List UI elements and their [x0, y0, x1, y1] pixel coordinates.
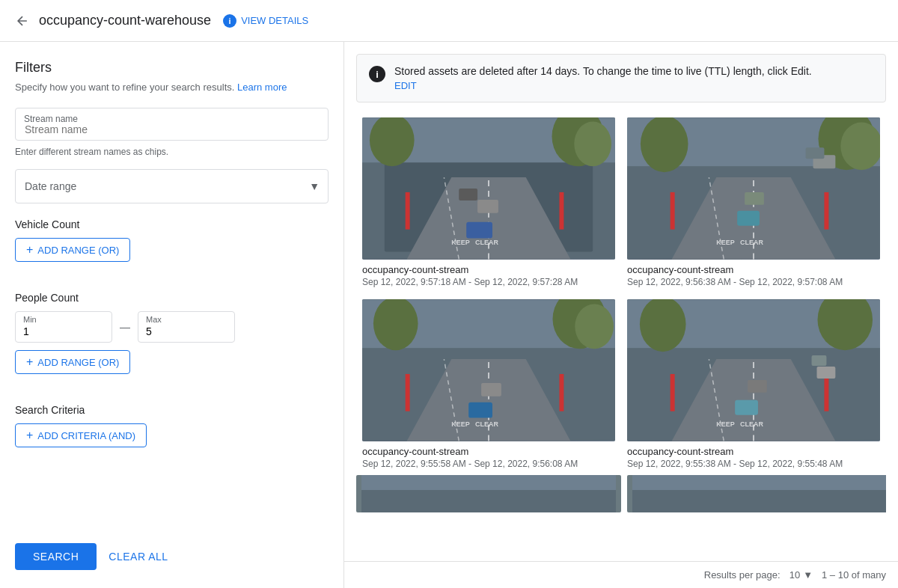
svg-rect-28 [671, 192, 675, 230]
svg-rect-14 [406, 192, 410, 230]
results-footer: Results per page: 10 ▼ 1 – 10 of many [344, 561, 898, 588]
sidebar-footer: SEARCH CLEAR ALL [15, 531, 329, 570]
people-count-label: People Count [15, 292, 329, 304]
back-button[interactable] [15, 13, 30, 28]
svg-point-18 [641, 117, 688, 172]
grid-item-name: occupancy-count-stream [362, 446, 615, 457]
stream-name-label: Stream name [24, 114, 78, 124]
svg-rect-54 [748, 380, 767, 393]
camera-thumbnail[interactable]: KEEP CLEAR [362, 299, 615, 441]
svg-text:CLEAR: CLEAR [475, 420, 498, 428]
search-button[interactable]: SEARCH [15, 543, 97, 570]
stream-name-input[interactable] [15, 108, 329, 141]
svg-rect-44 [406, 374, 410, 411]
results-per-page-value: 10 [789, 569, 800, 581]
banner-text: Stored assets are deleted after 14 days.… [394, 65, 812, 77]
camera-grid: KEEP CLEAR occupancy-count-stream Sep 12… [344, 111, 898, 475]
view-details-link[interactable]: i VIEW DETAILS [223, 14, 308, 28]
svg-rect-15 [559, 192, 563, 230]
clear-all-button[interactable]: CLEAR ALL [109, 551, 168, 563]
filters-desc: Specify how you want to refine your sear… [15, 82, 329, 93]
info-banner: i Stored assets are deleted after 14 day… [356, 54, 886, 102]
date-range-wrapper: Date rangeLast 24 hoursLast 7 daysLast 3… [15, 169, 329, 203]
svg-rect-9 [466, 222, 492, 239]
main-layout: Filters Specify how you want to refine y… [0, 42, 898, 588]
svg-rect-64 [632, 475, 886, 490]
svg-text:KEEP: KEEP [451, 420, 469, 428]
vehicle-count-section: Vehicle Count + ADD RANGE (OR) [15, 218, 329, 277]
page-title: occupancy-count-warehouse [39, 13, 211, 28]
partial-thumb-right [621, 475, 886, 512]
max-input-wrapper: Max [138, 311, 235, 343]
range-dash: — [120, 321, 130, 333]
svg-text:CLEAR: CLEAR [475, 239, 498, 246]
search-criteria-section: Search Criteria + ADD CRITERIA (AND) [15, 404, 329, 462]
results-dropdown-icon: ▼ [803, 569, 813, 581]
results-per-page-select[interactable]: 10 ▼ [789, 569, 813, 581]
min-label: Min [23, 315, 37, 324]
header: occupancy-count-warehouse i VIEW DETAILS [0, 0, 898, 42]
date-range-select[interactable]: Date rangeLast 24 hoursLast 7 daysLast 3… [15, 169, 329, 203]
people-add-range-button[interactable]: + ADD RANGE (OR) [15, 350, 130, 374]
camera-thumbnail[interactable]: KEEP CLEAR [627, 299, 880, 441]
filters-title: Filters [15, 60, 329, 76]
stream-name-hint: Enter different stream names as chips. [15, 147, 329, 157]
svg-rect-62 [361, 475, 616, 490]
svg-rect-25 [745, 192, 764, 205]
svg-rect-40 [468, 402, 492, 418]
svg-point-36 [575, 304, 614, 349]
vehicle-count-label: Vehicle Count [15, 218, 329, 230]
camera-thumbnail[interactable]: KEEP CLEAR [362, 117, 615, 260]
svg-rect-31 [806, 147, 825, 159]
max-label: Max [146, 315, 162, 324]
grid-item: KEEP CLEAR occupancy-count-stream Sep 12… [356, 111, 621, 293]
svg-text:KEEP: KEEP [716, 239, 734, 246]
svg-rect-41 [481, 383, 501, 396]
grid-item-time: Sep 12, 2022, 9:55:38 AM - Sep 12, 2022,… [627, 459, 880, 469]
camera-thumbnail[interactable]: KEEP CLEAR [627, 117, 880, 260]
svg-text:KEEP: KEEP [716, 420, 734, 428]
svg-rect-10 [477, 200, 498, 213]
svg-rect-24 [737, 211, 760, 226]
svg-text:KEEP: KEEP [451, 239, 469, 246]
add-criteria-label: ADD CRITERIA (AND) [37, 430, 135, 441]
plus-icon: + [26, 243, 33, 257]
add-criteria-button[interactable]: + ADD CRITERIA (AND) [15, 423, 147, 447]
partial-row [344, 475, 898, 512]
grid-item-name: occupancy-count-stream [627, 446, 880, 457]
svg-text:CLEAR: CLEAR [740, 239, 763, 246]
grid-item-time: Sep 12, 2022, 9:57:18 AM - Sep 12, 2022,… [362, 277, 615, 287]
svg-rect-57 [671, 374, 675, 411]
min-max-row: Min — Max [15, 311, 329, 343]
grid-item: KEEP CLEAR occupancy-count-stream Sep 12… [621, 111, 886, 293]
svg-rect-53 [735, 400, 758, 415]
svg-rect-11 [459, 189, 477, 200]
plus-icon-2: + [26, 355, 33, 369]
svg-rect-45 [559, 374, 563, 411]
grid-item: KEEP CLEAR occupancy-count-stream Sep 12… [356, 293, 621, 475]
sidebar: Filters Specify how you want to refine y… [0, 42, 344, 588]
people-count-section: People Count Min — Max + ADD RANGE (OR) [15, 292, 329, 389]
edit-link[interactable]: EDIT [394, 80, 812, 91]
grid-item-name: occupancy-count-stream [362, 264, 615, 275]
svg-rect-29 [824, 192, 828, 230]
grid-item-time: Sep 12, 2022, 9:55:58 AM - Sep 12, 2022,… [362, 459, 615, 469]
svg-rect-58 [824, 374, 828, 411]
content-area: i Stored assets are deleted after 14 day… [344, 42, 898, 588]
people-add-range-label: ADD RANGE (OR) [37, 357, 119, 368]
min-input-wrapper: Min [15, 311, 112, 343]
svg-rect-60 [812, 355, 827, 366]
search-criteria-label: Search Criteria [15, 404, 329, 416]
svg-point-5 [574, 122, 611, 167]
results-count: 1 – 10 of many [822, 569, 886, 581]
vehicle-add-range-label: ADD RANGE (OR) [37, 245, 119, 256]
grid-item-name: occupancy-count-stream [627, 264, 880, 275]
info-icon: i [223, 14, 236, 28]
view-details-label: VIEW DETAILS [241, 15, 308, 26]
learn-more-link[interactable]: Learn more [237, 82, 287, 93]
vehicle-add-range-button[interactable]: + ADD RANGE (OR) [15, 238, 130, 262]
grid-item-time: Sep 12, 2022, 9:56:38 AM - Sep 12, 2022,… [627, 277, 880, 287]
plus-icon-3: + [26, 429, 33, 442]
banner-info-icon: i [369, 66, 385, 82]
svg-point-48 [640, 299, 686, 352]
